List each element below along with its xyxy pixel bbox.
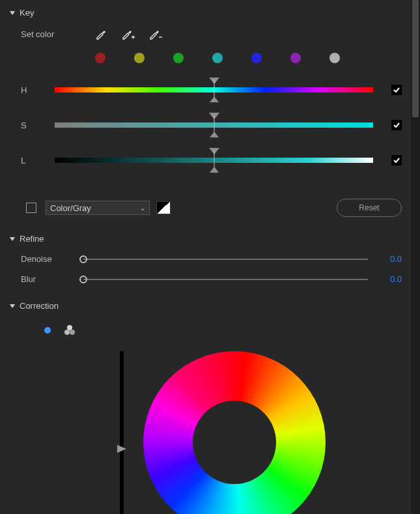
blur-row: Blur 0.0 xyxy=(9,274,402,284)
blur-label: Blur xyxy=(21,274,77,284)
denoise-row: Denoise 0.0 xyxy=(9,254,402,264)
single-dot-icon[interactable] xyxy=(44,327,51,334)
colorgray-dropdown[interactable]: Color/Gray ⌄ xyxy=(46,201,150,215)
chevron-down-icon xyxy=(9,10,16,16)
invert-icon[interactable] xyxy=(156,201,171,214)
hue-row: H xyxy=(9,81,402,98)
saturation-row: S xyxy=(9,117,402,134)
eyedropper-icon[interactable] xyxy=(94,27,108,41)
set-color-row: Set color xyxy=(9,27,402,41)
hue-slider[interactable] xyxy=(55,81,373,98)
denoise-slider[interactable] xyxy=(77,255,368,264)
three-sphere-icon[interactable] xyxy=(64,325,76,336)
lightness-checkbox[interactable] xyxy=(391,155,402,165)
saturation-slider[interactable] xyxy=(55,117,373,134)
panel-body: Key Set color H xyxy=(0,0,411,514)
blur-slider[interactable] xyxy=(77,275,368,284)
color-wheel-area xyxy=(120,351,335,514)
swatch-gray[interactable] xyxy=(329,53,340,63)
chevron-down-icon xyxy=(9,236,16,242)
saturation-label: S xyxy=(21,121,55,130)
reset-button[interactable]: Reset xyxy=(337,199,402,217)
swatch-red[interactable] xyxy=(95,53,105,63)
hue-label: H xyxy=(21,85,55,95)
section-correction[interactable]: Correction xyxy=(9,301,402,311)
lightness-slider[interactable] xyxy=(55,152,373,169)
colorgray-row: Color/Gray ⌄ Reset xyxy=(9,199,402,217)
lightness-label: L xyxy=(21,156,55,165)
slider-handle-bottom[interactable] xyxy=(210,132,219,137)
swatch-purple[interactable] xyxy=(290,53,301,63)
swatch-teal[interactable] xyxy=(212,53,223,63)
scrollbar-thumb[interactable] xyxy=(412,0,419,117)
svg-point-1 xyxy=(64,330,70,335)
lightness-row: L xyxy=(9,152,402,169)
denoise-value[interactable]: 0.0 xyxy=(373,254,402,264)
set-color-label: Set color xyxy=(21,29,81,39)
hue-checkbox[interactable] xyxy=(391,85,402,95)
color-wheel[interactable] xyxy=(143,351,326,514)
color-swatch-row xyxy=(9,53,402,63)
svg-point-0 xyxy=(67,325,72,330)
correction-mode-switch xyxy=(9,325,402,336)
section-refine[interactable]: Refine xyxy=(9,234,402,244)
eyedropper-add-icon[interactable] xyxy=(121,27,135,41)
scrollbar[interactable] xyxy=(411,0,420,514)
swatch-green[interactable] xyxy=(173,53,184,63)
section-key[interactable]: Key xyxy=(9,8,402,18)
luma-track[interactable] xyxy=(120,351,124,514)
swatch-blue[interactable] xyxy=(251,53,262,63)
svg-point-2 xyxy=(70,330,75,335)
slider-knob[interactable] xyxy=(79,255,87,263)
colorgray-dropdown-label: Color/Gray xyxy=(50,203,91,213)
saturation-checkbox[interactable] xyxy=(391,120,402,130)
swatch-olive[interactable] xyxy=(134,53,145,63)
section-refine-title: Refine xyxy=(20,234,44,244)
blur-value[interactable]: 0.0 xyxy=(373,274,402,284)
slider-handle-bottom[interactable] xyxy=(210,96,219,102)
section-key-title: Key xyxy=(20,8,34,18)
eyedropper-subtract-icon[interactable] xyxy=(148,27,163,41)
chevron-down-icon xyxy=(9,303,16,309)
colorgray-checkbox[interactable] xyxy=(26,203,36,213)
slider-handle-bottom[interactable] xyxy=(210,167,219,173)
slider-knob[interactable] xyxy=(79,276,87,283)
chevron-down-icon: ⌄ xyxy=(140,205,145,212)
denoise-label: Denoise xyxy=(21,254,77,264)
section-correction-title: Correction xyxy=(20,301,59,311)
